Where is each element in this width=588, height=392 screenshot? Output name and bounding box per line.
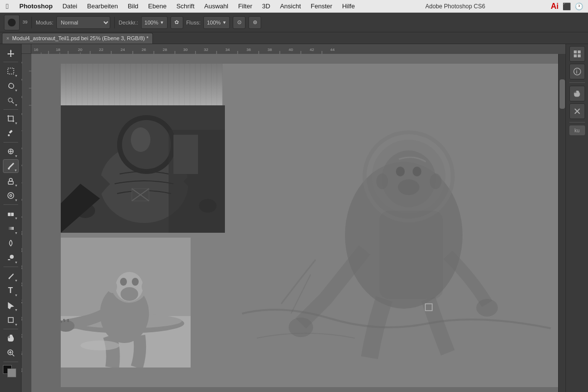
gradient-icon [7,224,15,232]
svg-text:16: 16 [22,334,23,338]
hand-icon [7,334,15,342]
menu-fenster[interactable]: Fenster [306,0,337,12]
canvas-area[interactable]: 16 18 20 22 24 26 28 30 32 34 36 38 40 4… [22,44,565,392]
svg-point-121 [121,287,138,301]
svg-point-87 [398,179,419,195]
svg-point-10 [9,178,12,181]
tool-move[interactable] [3,46,19,60]
airbrush-btn[interactable]: ✿ [171,16,183,29]
menu-datei[interactable]: Datei [57,0,82,12]
healing-icon [7,147,15,155]
background-color[interactable] [7,368,16,377]
tool-quick-select[interactable]: ▼ [3,94,19,107]
tool-path-select[interactable]: ▼ [3,298,19,312]
deckr-value[interactable]: 100% ▼ [141,16,168,29]
panel-btn-close[interactable] [569,103,585,119]
canvas-container[interactable] [31,54,565,392]
panel-btn-hand[interactable] [569,86,585,101]
svg-text:22: 22 [99,48,103,52]
tool-pen[interactable]: ▼ [3,269,19,283]
svg-text:18: 18 [22,368,23,372]
tool-history[interactable]: ▼ [3,189,19,202]
move-icon [7,49,15,57]
artwork-canvas[interactable] [61,64,565,387]
menu-schrift[interactable]: Schrift [172,0,199,12]
photo-baboon-layer [61,238,191,368]
svg-line-21 [12,354,14,356]
apple-menu[interactable]:  [0,2,14,10]
svg-text:26: 26 [142,48,146,52]
svg-text:3: 3 [22,113,23,115]
scrollbar-thumb[interactable] [560,79,565,109]
tool-arrow-12: ▼ [15,279,18,282]
tool-shape[interactable]: ▼ [3,313,19,327]
menu-hilfe[interactable]: Hilfe [337,0,360,12]
svg-rect-128 [574,54,577,57]
svg-point-81 [345,162,463,309]
svg-rect-126 [574,50,577,53]
tool-healing[interactable]: ▼ [3,145,19,158]
menu-ansicht[interactable]: Ansicht [275,0,306,12]
brush-preview[interactable] [4,15,20,30]
svg-text:15: 15 [22,317,23,321]
svg-point-9 [8,168,10,170]
menu-filter[interactable]: Filter [233,0,257,12]
zoom-tool-icon [7,349,15,357]
modus-label: Modus: [36,20,53,25]
tool-marquee-rect[interactable]: ▼ [3,64,19,78]
deckr-label: Deckkr.: [119,20,138,25]
ruler-left-svg: 0 1 2 3 4 5 6 7 8 9 10 11 12 13 14 15 16 [22,54,31,392]
tablet-pressure-btn2[interactable]: ⊚ [248,16,261,29]
tool-brush[interactable]: ▼ [3,159,19,173]
tool-clone[interactable]: ▼ [3,174,19,188]
color-picker[interactable] [3,365,19,378]
menu-ebene[interactable]: Ebene [143,0,172,12]
svg-text:30: 30 [183,48,188,52]
modus-select[interactable]: Normal Multiplizieren Überlagern [56,16,110,29]
crop-icon [7,115,15,122]
tab-close-btn[interactable]: × [6,36,9,41]
tool-crop[interactable]: ▼ [3,112,19,125]
tool-eraser[interactable]: ▼ [3,207,19,220]
divider-1 [31,17,32,28]
menu-bearbeiten[interactable]: Bearbeiten [82,0,123,12]
panel-btn-grid[interactable] [569,46,585,62]
tool-arrow-3: ▼ [15,103,18,107]
menu-photoshop[interactable]: Photoshop [14,0,57,12]
divider-2 [114,17,115,28]
eraser-icon [7,210,15,218]
tool-arrow-2: ▼ [15,89,18,92]
info-icon: i [573,68,581,75]
svg-marker-0 [7,49,14,57]
menu-bild[interactable]: Bild [123,0,144,12]
svg-point-122 [107,280,117,293]
svg-rect-57 [22,54,31,392]
menu-auswahl[interactable]: Auswahl [199,0,233,12]
svg-point-17 [10,255,14,259]
svg-rect-4 [9,130,13,134]
svg-text:10: 10 [22,231,23,235]
tool-lasso[interactable]: ▼ [3,79,19,93]
tool-type[interactable]: T ▼ [3,284,19,297]
pen-icon [7,272,15,280]
svg-point-82 [365,132,453,220]
tool-blur[interactable] [3,236,19,250]
tool-gradient[interactable]: ▼ [3,221,19,235]
tool-arrow-7: ▼ [15,184,18,187]
tool-divider-6 [3,329,18,329]
ku-badge[interactable]: ku [569,125,585,135]
options-toolbar: 39 Modus: Normal Multiplizieren Überlage… [0,13,588,32]
vertical-scrollbar[interactable] [558,54,565,392]
menu-3d[interactable]: 3D [257,0,275,12]
tablet-pressure-btn1[interactable]: ⊙ [233,16,245,29]
fluss-value[interactable]: 100% ▼ [203,16,230,29]
panel-btn-info[interactable]: i [569,64,585,79]
document-tab[interactable]: × Modul4_astronaut_Teil1.psd bei 25% (Eb… [2,33,153,44]
svg-rect-93 [425,304,432,311]
ruler-top-svg: 16 18 20 22 24 26 28 30 32 34 36 38 40 4… [31,44,565,54]
tool-dodge[interactable]: ▼ [3,251,19,265]
tool-zoom[interactable] [3,346,19,360]
tool-eyedropper[interactable] [3,126,19,140]
tool-hand[interactable] [3,331,19,345]
svg-text:32: 32 [204,48,208,52]
